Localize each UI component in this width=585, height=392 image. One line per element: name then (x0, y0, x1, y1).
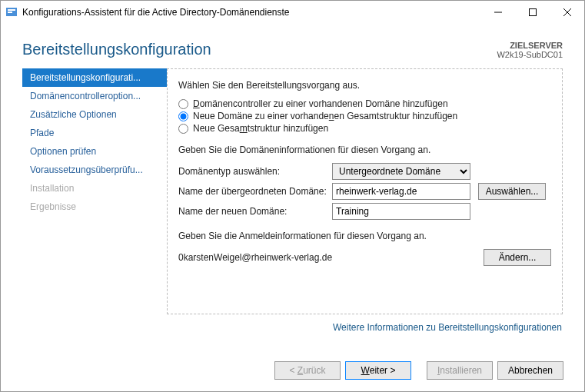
radio-add-dc-existing-domain-label[interactable]: Domänencontroller zu einer vorhandenen D… (193, 98, 448, 109)
maximize-button[interactable] (515, 1, 550, 24)
radio-new-forest-label[interactable]: Neue Gesamtstruktur hinzufügen (193, 123, 328, 134)
new-domain-label: Name der neuen Domäne: (178, 206, 332, 217)
header: Bereitstellungskonfiguration ZIELSERVER … (1, 24, 584, 68)
change-credentials-button[interactable]: Ändern... (484, 249, 551, 266)
credentials-value: 0karstenWeigel@rheinwerk-verlag.de (178, 252, 484, 263)
sidebar-item-deployment-config[interactable]: Bereitstellungskonfigurati... (22, 68, 167, 87)
domain-type-label: Domänentyp auswählen: (178, 166, 332, 177)
sidebar-item-additional-options[interactable]: Zusätzliche Optionen (22, 105, 167, 124)
radio-new-forest[interactable] (178, 124, 188, 134)
svg-rect-1 (8, 9, 15, 11)
new-domain-input[interactable] (332, 203, 470, 220)
content-panel: Wählen Sie den Bereitstellungsvorgang au… (167, 68, 563, 314)
select-operation-label: Wählen Sie den Bereitstellungsvorgang au… (178, 80, 551, 91)
radio-add-domain-existing-forest[interactable] (178, 111, 188, 121)
sidebar: Bereitstellungskonfigurati... Domänencon… (22, 68, 167, 333)
credentials-section-label: Geben Sie die Anmeldeinformationen für d… (178, 231, 551, 241)
page-heading: Bereitstellungskonfiguration (22, 41, 497, 59)
select-parent-domain-button[interactable]: Auswählen... (478, 183, 546, 200)
next-button[interactable]: Weiter > (345, 361, 411, 380)
sidebar-item-review-options[interactable]: Optionen prüfen (22, 142, 167, 161)
more-info-link[interactable]: Weitere Informationen zu Bereitstellungs… (333, 314, 563, 333)
sidebar-item-dc-options[interactable]: Domänencontrolleroption... (22, 87, 167, 105)
svg-rect-2 (8, 12, 12, 13)
radio-add-dc-existing-domain[interactable] (178, 99, 188, 109)
install-button: Installieren (427, 361, 493, 380)
sidebar-item-results: Ergebnisse (22, 198, 167, 216)
minimize-button[interactable] (480, 1, 515, 24)
titlebar: Konfigurations-Assistent für die Active … (1, 1, 584, 24)
footer: < Zurück Weiter > Installieren Abbrechen (0, 350, 585, 392)
cancel-button[interactable]: Abbrechen (497, 361, 563, 380)
target-server-value: W2k19-SubDC01 (497, 50, 563, 59)
parent-domain-input[interactable] (332, 183, 470, 200)
sidebar-item-paths[interactable]: Pfade (22, 124, 167, 142)
app-icon (5, 6, 18, 18)
radio-add-domain-existing-forest-label[interactable]: Neue Domäne zu einer vorhandenen Gesamts… (193, 111, 457, 121)
svg-rect-4 (529, 9, 536, 16)
back-button: < Zurück (274, 361, 341, 380)
sidebar-item-installation: Installation (22, 179, 167, 198)
domain-info-section-label: Geben Sie die Domäneninformationen für d… (178, 145, 551, 155)
target-server-label: ZIELSERVER (497, 41, 563, 50)
parent-domain-label: Name der übergeordneten Domäne: (178, 186, 332, 197)
sidebar-item-prereq-check[interactable]: Voraussetzungsüberprüfu... (22, 161, 167, 179)
close-button[interactable] (550, 1, 584, 24)
target-server-block: ZIELSERVER W2k19-SubDC01 (497, 41, 563, 59)
domain-type-select[interactable]: Untergeordnete Domäne (332, 163, 470, 180)
window-title: Konfigurations-Assistent für die Active … (22, 7, 480, 18)
